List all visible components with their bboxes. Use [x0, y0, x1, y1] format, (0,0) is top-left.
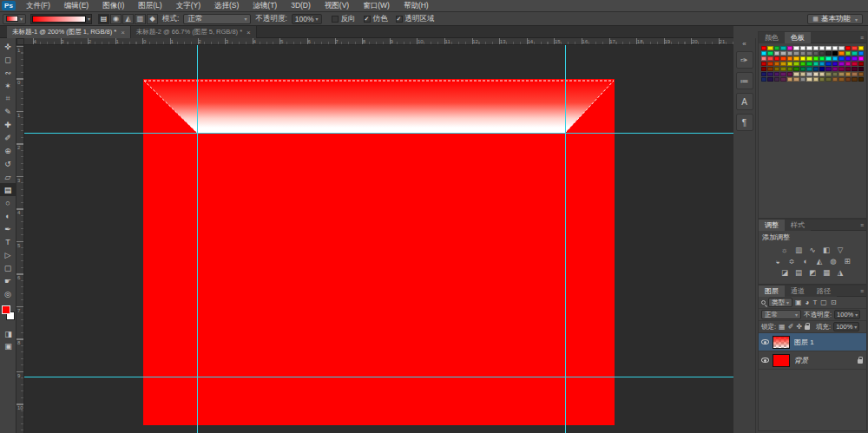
color-swatch[interactable] [787, 72, 792, 76]
panel-menu-icon[interactable]: ≡ [860, 35, 864, 41]
diamond-gradient-button[interactable]: ◆ [147, 14, 158, 24]
horizontal-ruler[interactable]: 43210123456789101112131415161718192021 [24, 38, 733, 45]
color-swatch[interactable] [806, 56, 812, 61]
color-swatch[interactable] [813, 62, 819, 66]
color-swatch[interactable] [845, 77, 851, 82]
visibility-toggle[interactable] [759, 339, 771, 344]
color-swatch[interactable] [858, 56, 864, 61]
color-swatch[interactable] [813, 72, 819, 76]
color-swatch[interactable] [813, 67, 819, 71]
color-swatch[interactable] [845, 72, 851, 76]
eraser-tool[interactable]: ▱ [0, 170, 16, 183]
magic-wand-tool[interactable]: ✶ [0, 79, 16, 92]
layer-filter-select[interactable]: 类型 ▾ [768, 298, 792, 307]
guide-vertical-left[interactable] [197, 45, 198, 433]
color-swatch[interactable] [774, 72, 779, 76]
color-swatch[interactable] [819, 51, 825, 56]
guide-vertical-right[interactable] [565, 45, 566, 433]
close-icon[interactable]: × [247, 29, 251, 36]
dither-checkbox[interactable]: ✓仿色 [364, 14, 388, 24]
color-swatch[interactable] [819, 72, 825, 76]
workspace-switcher[interactable]: ▦ 基本功能 ▾ [807, 14, 863, 24]
color-swatch[interactable] [832, 72, 838, 76]
color-swatch[interactable] [806, 77, 812, 82]
color-swatch[interactable] [858, 46, 864, 50]
color-swatch[interactable] [819, 77, 825, 82]
rectangular-marquee-tool[interactable]: ◻ [0, 53, 16, 66]
curves-icon[interactable]: ∿ [807, 245, 819, 254]
color-swatch[interactable] [858, 51, 864, 56]
close-icon[interactable]: × [121, 29, 125, 36]
color-swatch[interactable] [774, 67, 779, 71]
color-swatch[interactable] [825, 67, 831, 71]
selective-color-icon[interactable]: ◮ [835, 267, 846, 277]
layer-fill-input[interactable]: 100% ▾ [833, 322, 859, 331]
menu-item[interactable]: 视图(V) [318, 1, 356, 10]
blur-tool[interactable]: ○ [0, 196, 16, 209]
color-swatch[interactable] [767, 77, 773, 82]
color-swatch[interactable] [800, 62, 806, 66]
color-swatch[interactable] [800, 56, 806, 61]
color-swatch[interactable] [761, 56, 766, 61]
color-swatch[interactable] [845, 67, 851, 71]
color-swatch[interactable] [793, 51, 799, 56]
smart-object-filter-icon[interactable]: ⊡ [831, 299, 837, 306]
lasso-tool[interactable]: ∾ [0, 66, 16, 79]
color-swatch[interactable] [852, 62, 857, 66]
brush-tool[interactable]: ✐ [0, 131, 16, 144]
lock-transparent-icon[interactable]: ▦ [779, 323, 786, 331]
color-swatch[interactable] [858, 72, 864, 76]
gradient-picker[interactable]: ▾ [30, 14, 92, 24]
color-swatch[interactable] [767, 67, 773, 71]
color-swatch[interactable] [806, 51, 812, 56]
crop-tool[interactable]: ⌗ [0, 92, 16, 105]
menu-item[interactable]: 图像(I) [95, 1, 131, 10]
rectangle-tool[interactable]: ▢ [0, 261, 16, 274]
vertical-ruler[interactable]: 1012345678910 [16, 45, 24, 433]
color-swatch[interactable] [813, 56, 819, 61]
menu-item[interactable]: 选择(S) [207, 1, 246, 10]
color-swatch[interactable] [800, 51, 806, 56]
channel-mixer-icon[interactable]: ◍ [828, 256, 839, 266]
color-swatch[interactable] [774, 51, 779, 56]
color-swatch[interactable] [838, 67, 844, 71]
menu-item[interactable]: 3D(D) [284, 1, 318, 10]
color-swatch[interactable] [852, 77, 857, 82]
pasteboard[interactable] [24, 45, 733, 433]
adjustments-tab[interactable]: 调整 [759, 220, 785, 231]
color-swatch[interactable] [858, 77, 864, 82]
color-swatch[interactable] [767, 51, 773, 56]
color-swatch[interactable] [825, 51, 831, 56]
color-swatch[interactable] [761, 46, 766, 50]
color-swatch[interactable] [793, 46, 799, 50]
paragraph-icon[interactable]: ¶ [736, 114, 753, 131]
properties-icon[interactable]: ≔ [736, 72, 753, 89]
color-swatch[interactable] [806, 46, 812, 50]
type-tool[interactable]: T [0, 235, 16, 248]
swatches-tab[interactable]: 色板 [785, 32, 811, 43]
lock-position-icon[interactable]: ✜ [796, 323, 802, 331]
color-swatch[interactable] [787, 51, 792, 56]
swatches-tab[interactable]: 颜色 [759, 32, 785, 43]
color-swatch[interactable] [825, 46, 831, 50]
color-swatch[interactable] [819, 46, 825, 50]
color-swatch[interactable] [793, 62, 799, 66]
brush-presets-icon[interactable]: ✑ [736, 51, 753, 69]
guide-horizontal-top[interactable] [24, 133, 733, 134]
layers-tab[interactable]: 通道 [785, 285, 811, 297]
path-selection-tool[interactable]: ▷ [0, 248, 16, 261]
layer-blend-mode-select[interactable]: 正常 ▾ [761, 310, 801, 319]
color-swatch[interactable] [806, 72, 812, 76]
zoom-tool[interactable]: ◎ [0, 287, 16, 300]
panel-menu-icon[interactable]: ≡ [860, 222, 864, 228]
brightness-contrast-icon[interactable]: ☼ [779, 245, 791, 254]
color-swatch[interactable] [845, 46, 851, 50]
color-swatch[interactable] [780, 46, 786, 50]
menu-item[interactable]: 图层(L) [131, 1, 168, 10]
menu-item[interactable]: 编辑(E) [57, 1, 95, 10]
hand-tool[interactable]: ☛ [0, 274, 16, 287]
color-swatch[interactable] [838, 77, 844, 82]
color-swatch[interactable] [787, 62, 792, 66]
tool-preset-picker[interactable]: ▾ [3, 14, 26, 24]
color-swatch[interactable] [767, 46, 773, 50]
